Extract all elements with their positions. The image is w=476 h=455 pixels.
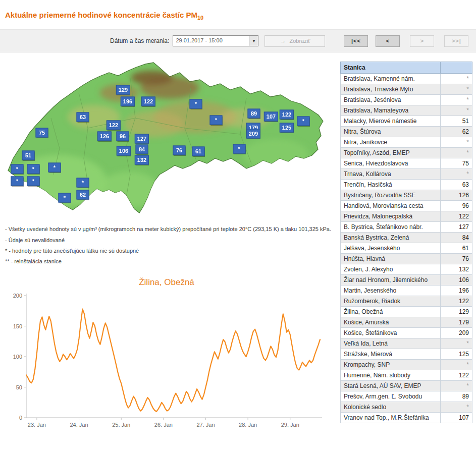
map-marker[interactable]: 196 [121,97,135,106]
map-marker[interactable]: 96 [117,132,129,141]
station-name[interactable]: Vranov nad Top., M.R.Štefánika [341,413,441,423]
next-button[interactable]: > [410,35,434,47]
station-name[interactable]: Handlová, Morovianska cesta [341,201,441,211]
station-name[interactable]: Prievidza, Malonecpalská [341,211,441,222]
map-marker-unavailable[interactable]: * [210,116,223,125]
station-row[interactable]: Nitra, Štúrova62 [341,127,472,137]
station-row[interactable]: Zvolen, J. Alexyho132 [341,264,472,275]
map-marker-unavailable[interactable]: * [297,117,310,126]
station-name[interactable]: Košice, Amurská [341,317,441,328]
chevron-down-icon[interactable]: ▼ [249,36,258,46]
map-marker[interactable]: 122 [280,110,294,120]
station-name[interactable]: Veľká Ida, Letná [341,338,441,349]
station-name[interactable]: Zvolen, J. Alexyho [341,264,441,275]
station-name[interactable]: Martin, Jesenského [341,286,441,296]
map-marker[interactable]: 122 [107,121,121,130]
map-marker[interactable]: 76 [173,146,186,155]
station-row[interactable]: Košice, Amurská179 [341,317,472,328]
station-row[interactable]: Prievidza, Malonecpalská122 [341,211,472,222]
station-row[interactable]: Strážske, Mierová125 [341,349,472,360]
station-row[interactable]: Bratislava, Jeséniova* [341,95,472,105]
station-row[interactable]: Stará Lesná, AÚ SAV, EMEP* [341,381,472,391]
map-marker-unavailable[interactable]: * [48,163,61,173]
station-name[interactable]: Bratislava, Trnavské Mýto [341,84,441,95]
station-row[interactable]: Žiar nad Hronom, Jilemnického106 [341,275,472,286]
map-marker-unavailable[interactable]: * [190,99,202,109]
station-row[interactable]: Prešov, Arm.gen. Ľ. Svobodu89 [341,391,472,402]
station-row[interactable]: Jelšava, Jesenského61 [341,243,472,254]
station-row[interactable]: Martin, Jesenského196 [341,286,472,296]
map-marker[interactable]: 84 [136,145,148,154]
station-name[interactable]: Nitra, Janíkovce [341,137,441,148]
map-marker[interactable]: 51 [22,151,35,160]
station-name[interactable]: Bystričany, Rozvodňa SSE [341,190,441,201]
station-name[interactable]: Nitra, Štúrova [341,127,441,137]
map-marker[interactable]: 75 [36,128,48,138]
map-marker[interactable]: 132 [135,155,149,165]
station-row[interactable]: Trnava, Kollárova* [341,169,472,180]
station-row[interactable]: Humenné, Nám. slobody122 [341,370,472,381]
map-marker[interactable]: 129 [116,85,130,95]
station-row[interactable]: Kolonické sedlo* [341,402,472,413]
map-marker-unavailable[interactable]: * [59,193,71,203]
map-marker-unavailable[interactable]: * [11,164,24,174]
station-name[interactable]: Kolonické sedlo [341,402,441,413]
first-button[interactable]: |<< [344,35,368,47]
map-marker[interactable]: 62 [77,190,89,200]
map-marker-unavailable[interactable]: * [27,164,40,174]
station-row[interactable]: Bratislava, Kamenné nám.* [341,74,472,84]
station-name[interactable]: Bratislava, Jeséniova [341,95,441,105]
station-name[interactable]: Trenčín, Hasičská [341,180,441,190]
station-row[interactable]: Senica, Hviezdoslavova75 [341,158,472,169]
station-row[interactable]: Košice, Štefánikova209 [341,328,472,338]
station-name[interactable]: Topoľníky, Aszód, EMEP [341,148,441,158]
last-button[interactable]: >>| [444,35,468,47]
station-name[interactable]: Stará Lesná, AÚ SAV, EMEP [341,381,441,391]
map-marker[interactable]: 61 [192,147,205,156]
map-marker-unavailable[interactable]: * [233,144,246,154]
station-row[interactable]: Trenčín, Hasičská63 [341,180,472,190]
show-button[interactable]: → Zobraziť [265,35,325,47]
map-marker-unavailable[interactable]: * [27,177,40,186]
station-row[interactable]: Bratislava, Trnavské Mýto* [341,84,472,95]
map-marker[interactable]: 106 [117,146,131,156]
station-name[interactable]: Humenné, Nám. slobody [341,370,441,381]
station-row[interactable]: Nitra, Janíkovce* [341,137,472,148]
map-marker-unavailable[interactable]: * [11,177,24,186]
map-marker[interactable]: 125 [280,123,294,133]
map-marker[interactable]: 209 [246,129,260,139]
station-row[interactable]: Handlová, Morovianska cesta96 [341,201,472,211]
station-name[interactable]: Bratislava, Kamenné nám. [341,74,441,84]
station-name[interactable]: Hnúšta, Hlavná [341,254,441,264]
station-name[interactable]: Prešov, Arm.gen. Ľ. Svobodu [341,391,441,402]
station-name[interactable]: Strážske, Mierová [341,349,441,360]
map-marker[interactable]: 107 [264,112,278,122]
station-name[interactable]: Jelšava, Jesenského [341,243,441,254]
station-name[interactable]: Krompachy, SNP [341,360,441,370]
map-marker[interactable]: 126 [97,132,112,141]
map-marker[interactable]: 122 [141,97,155,106]
map-marker[interactable]: 127 [135,134,149,144]
station-name[interactable]: Ružomberok, Riadok [341,296,441,307]
station-name[interactable]: Žilina, Obežná [341,307,441,317]
station-row[interactable]: Veľká Ida, Letná* [341,338,472,349]
map-marker[interactable]: 89 [248,109,260,119]
station-name[interactable]: Trnava, Kollárova [341,169,441,180]
station-name[interactable]: B. Bystrica, Štefánikovo nábr. [341,222,441,233]
station-row[interactable]: B. Bystrica, Štefánikovo nábr.127 [341,222,472,233]
station-name[interactable]: Bratislava, Mamateyova [341,105,441,116]
station-row[interactable]: Bystričany, Rozvodňa SSE126 [341,190,472,201]
station-name[interactable]: Senica, Hviezdoslavova [341,158,441,169]
station-row[interactable]: Krompachy, SNP* [341,360,472,370]
station-name[interactable]: Malacky, Mierové námestie [341,116,441,127]
map-marker-unavailable[interactable]: * [77,178,89,188]
date-select[interactable]: 29.01.2017 - 15:00 ▼ [173,35,258,46]
station-row[interactable]: Ružomberok, Riadok122 [341,296,472,307]
station-name[interactable]: Žiar nad Hronom, Jilemnického [341,275,441,286]
prev-button[interactable]: < [376,35,400,47]
station-row[interactable]: Bratislava, Mamateyova* [341,105,472,116]
station-name[interactable]: Banská Bystrica, Zelená [341,233,441,243]
map-marker[interactable]: 63 [77,112,89,122]
station-row[interactable]: Žilina, Obežná129 [341,307,472,317]
station-row[interactable]: Topoľníky, Aszód, EMEP* [341,148,472,158]
